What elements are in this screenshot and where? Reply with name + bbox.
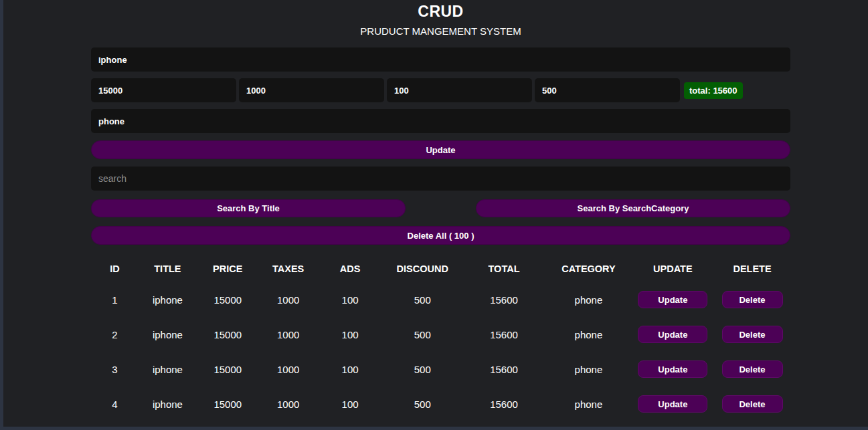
cell-taxes: 1000 bbox=[259, 282, 318, 317]
product-title-input[interactable] bbox=[91, 47, 790, 72]
cell-update-action: Update bbox=[632, 282, 714, 317]
table-row: 2iphone15000100010050015600phoneUpdateDe… bbox=[91, 317, 790, 352]
column-header-title: TITLE bbox=[139, 255, 197, 282]
row-update-button[interactable]: Update bbox=[638, 326, 707, 343]
category-input[interactable] bbox=[91, 109, 790, 133]
cell-id: 3 bbox=[91, 352, 139, 387]
cell-price: 15000 bbox=[197, 317, 259, 352]
cell-price: 15000 bbox=[197, 282, 259, 317]
column-header-delete: DELETE bbox=[714, 255, 790, 282]
table-row: 4iphone15000100010050015600phoneUpdateDe… bbox=[91, 387, 790, 421]
delete-all-button[interactable]: Delete All ( 100 ) bbox=[91, 226, 790, 245]
row-delete-button[interactable]: Delete bbox=[722, 360, 783, 378]
ads-input[interactable] bbox=[387, 78, 532, 102]
cell-category: phone bbox=[545, 282, 632, 317]
cell-title: iphone bbox=[139, 282, 197, 317]
cell-update-action: Update bbox=[632, 387, 714, 421]
row-update-button[interactable]: Update bbox=[638, 360, 707, 378]
cell-delete-action: Delete bbox=[714, 387, 790, 421]
search-by-category-button[interactable]: Search By SearchCategory bbox=[476, 199, 790, 217]
price-input[interactable] bbox=[91, 78, 236, 102]
update-button[interactable]: Update bbox=[91, 140, 790, 159]
cell-total: 15600 bbox=[462, 387, 545, 421]
cell-discound: 500 bbox=[383, 282, 462, 317]
cell-total: 15600 bbox=[462, 352, 545, 387]
table-row: 3iphone15000100010050015600phoneUpdateDe… bbox=[91, 352, 790, 387]
column-header-ads: ADS bbox=[318, 255, 383, 282]
cell-id: 1 bbox=[91, 282, 139, 317]
cell-title: iphone bbox=[139, 352, 197, 387]
cell-total: 15600 bbox=[462, 282, 545, 317]
horizontal-scrollbar[interactable] bbox=[0, 427, 868, 430]
cell-discound: 500 bbox=[383, 317, 462, 352]
cell-title: iphone bbox=[139, 317, 197, 352]
row-delete-button[interactable]: Delete bbox=[722, 395, 783, 413]
search-input[interactable] bbox=[91, 167, 790, 191]
taxes-input[interactable] bbox=[239, 78, 384, 102]
table-body: 1iphone15000100010050015600phoneUpdateDe… bbox=[91, 282, 790, 430]
numbers-row: total: 15600 bbox=[91, 78, 790, 102]
cell-ads: 100 bbox=[318, 387, 383, 421]
row-delete-button[interactable]: Delete bbox=[722, 291, 783, 308]
cell-category: phone bbox=[545, 387, 632, 421]
products-table: IDTITLEPRICETAXESADSDISCOUNDTOTALCATEGOR… bbox=[91, 255, 790, 430]
search-buttons-row: Search By Title Search By SearchCategory bbox=[91, 199, 790, 217]
cell-update-action: Update bbox=[632, 317, 714, 352]
column-header-update: UPDATE bbox=[632, 255, 714, 282]
vertical-scrollbar[interactable] bbox=[0, 0, 3, 430]
cell-taxes: 1000 bbox=[259, 387, 318, 421]
cell-delete-action: Delete bbox=[714, 352, 790, 387]
cell-price: 15000 bbox=[197, 387, 259, 421]
cell-id: 4 bbox=[91, 387, 139, 421]
cell-category: phone bbox=[545, 317, 632, 352]
cell-delete-action: Delete bbox=[714, 317, 790, 352]
column-header-id: ID bbox=[91, 255, 139, 282]
cell-discound: 500 bbox=[383, 387, 462, 421]
row-update-button[interactable]: Update bbox=[638, 395, 707, 413]
column-header-total: TOTAL bbox=[462, 255, 545, 282]
page-subtitle: PRUDUCT MANGEMENT SYSTEM bbox=[91, 25, 790, 37]
cell-ads: 100 bbox=[318, 282, 383, 317]
cell-ads: 100 bbox=[318, 317, 383, 352]
table-row: 1iphone15000100010050015600phoneUpdateDe… bbox=[91, 282, 790, 317]
column-header-discound: DISCOUND bbox=[383, 255, 462, 282]
cell-category: phone bbox=[545, 352, 632, 387]
cell-ads: 100 bbox=[318, 352, 383, 387]
cell-update-action: Update bbox=[632, 352, 714, 387]
cell-taxes: 1000 bbox=[259, 317, 318, 352]
cell-taxes: 1000 bbox=[259, 352, 318, 387]
discount-input[interactable] bbox=[535, 78, 680, 102]
cell-discound: 500 bbox=[383, 352, 462, 387]
page-title: CRUD bbox=[91, 3, 790, 21]
table-header-row: IDTITLEPRICETAXESADSDISCOUNDTOTALCATEGOR… bbox=[91, 255, 790, 282]
cell-price: 15000 bbox=[197, 352, 259, 387]
cell-delete-action: Delete bbox=[714, 282, 790, 317]
cell-total: 15600 bbox=[462, 317, 545, 352]
crud-app: CRUD PRUDUCT MANGEMENT SYSTEM total: 156… bbox=[91, 0, 790, 430]
column-header-taxes: TAXES bbox=[259, 255, 318, 282]
column-header-category: CATEGORY bbox=[545, 255, 632, 282]
search-by-title-button[interactable]: Search By Title bbox=[91, 199, 406, 217]
cell-id: 2 bbox=[91, 317, 139, 352]
column-header-price: PRICE bbox=[197, 255, 259, 282]
row-update-button[interactable]: Update bbox=[638, 291, 707, 308]
total-badge: total: 15600 bbox=[684, 82, 743, 99]
row-delete-button[interactable]: Delete bbox=[722, 326, 783, 343]
cell-title: iphone bbox=[139, 387, 197, 421]
